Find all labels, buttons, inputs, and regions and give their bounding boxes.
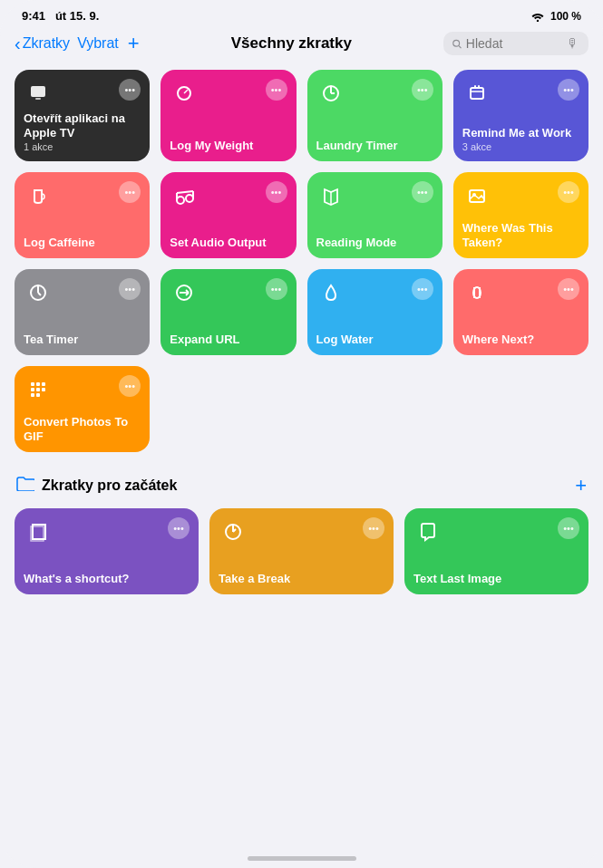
card-label-laundry-timer: Laundry Timer [316, 139, 433, 153]
add-shortcut-button[interactable]: + [128, 32, 140, 55]
card-icon-text-last-image [413, 517, 443, 546]
shortcut-card-tea-timer[interactable]: ••• Tea Timer [15, 269, 150, 355]
card-top: ••• [24, 375, 141, 404]
card-menu-convert-gif[interactable]: ••• [119, 375, 141, 397]
card-menu-text-last-image[interactable]: ••• [558, 517, 579, 539]
card-label-remind-work: Remind Me at Work [462, 126, 579, 140]
svg-point-1 [453, 40, 460, 46]
status-bar: 9:41 út 15. 9. 100 % [0, 0, 603, 26]
card-top: ••• [170, 79, 287, 108]
card-top: ••• [316, 181, 433, 210]
card-top: ••• [316, 278, 433, 307]
card-icon-take-break [219, 517, 248, 546]
svg-rect-32 [42, 382, 45, 386]
shortcut-card-where-next[interactable]: ••• Where Next? [453, 269, 588, 355]
card-top: ••• [462, 181, 579, 210]
card-menu-where-next[interactable]: ••• [558, 278, 579, 300]
card-icon-laundry-timer [316, 79, 345, 108]
card-icon-where-was [462, 181, 491, 210]
card-icon-remind-work [462, 79, 491, 108]
svg-rect-3 [31, 86, 45, 97]
card-label-take-break: Take a Break [219, 572, 384, 586]
shortcut-card-log-caffeine[interactable]: ••• Log Caffeine [15, 172, 150, 258]
card-menu-tea-timer[interactable]: ••• [119, 278, 141, 300]
starter-card-whats-shortcut[interactable]: ••• What's a shortcut? [15, 508, 199, 594]
status-indicators: 100 % [530, 10, 581, 23]
card-top: ••• [316, 79, 433, 108]
shortcut-card-apple-tv[interactable]: ••• Otevřít aplikaci na Apple TV 1 akce [15, 70, 150, 161]
card-top: ••• [24, 181, 141, 210]
folder-svg-icon [16, 477, 34, 491]
card-menu-log-weight[interactable]: ••• [266, 79, 287, 101]
card-label-convert-gif: Convert Photos To GIF [24, 415, 141, 443]
svg-rect-31 [36, 382, 40, 386]
card-menu-log-water[interactable]: ••• [412, 278, 433, 300]
card-label-where-was: Where Was This Taken? [462, 221, 579, 249]
card-icon-log-weight [170, 79, 199, 108]
shortcut-card-where-was[interactable]: ••• Where Was This Taken? [453, 172, 588, 258]
shortcut-card-laundry-timer[interactable]: ••• Laundry Timer [307, 70, 443, 161]
svg-rect-12 [474, 85, 476, 89]
card-icon-apple-tv [24, 79, 53, 108]
card-menu-whats-shortcut[interactable]: ••• [168, 517, 190, 539]
card-sublabel: 1 akce [24, 141, 141, 152]
svg-rect-37 [36, 393, 40, 397]
starter-card-text-last-image[interactable]: ••• Text Last Image [404, 508, 588, 594]
shortcut-card-set-audio[interactable]: ••• Set Audio Output [160, 172, 296, 258]
card-label-where-next: Where Next? [462, 333, 579, 347]
card-menu-where-was[interactable]: ••• [558, 181, 579, 203]
shortcut-card-log-weight[interactable]: ••• Log My Weight [160, 70, 296, 161]
card-top: ••• [170, 278, 287, 307]
card-label-log-caffeine: Log Caffeine [24, 236, 141, 250]
shortcut-card-convert-gif[interactable]: ••• Convert Photos To GIF [15, 366, 150, 452]
svg-rect-30 [31, 382, 34, 386]
section-title-wrap: Zkratky pro začátek [16, 477, 177, 495]
card-top: ••• [413, 517, 579, 546]
svg-rect-4 [35, 98, 41, 100]
starter-add-button[interactable]: + [575, 474, 587, 497]
card-menu-apple-tv[interactable]: ••• [119, 79, 141, 101]
shortcut-card-remind-work[interactable]: ••• Remind Me at Work 3 akce [453, 70, 588, 161]
svg-point-15 [186, 195, 193, 202]
card-label-log-water: Log Water [316, 333, 433, 347]
card-sublabel: 3 akce [462, 141, 579, 152]
card-label-tea-timer: Tea Timer [24, 333, 141, 347]
status-time-date: 9:41 út 15. 9. [22, 9, 99, 23]
nav-bar: ‹ Zkratky Vybrat + Všechny zkratky 🎙 [0, 26, 603, 63]
card-menu-laundry-timer[interactable]: ••• [412, 79, 433, 101]
card-menu-take-break[interactable]: ••• [363, 517, 384, 539]
home-indicator [248, 856, 356, 861]
svg-rect-13 [478, 85, 480, 89]
svg-rect-34 [36, 388, 40, 391]
card-menu-set-audio[interactable]: ••• [266, 181, 287, 203]
card-menu-reading-mode[interactable]: ••• [412, 181, 433, 203]
page-title: Všechny zkratky [147, 34, 436, 53]
card-icon-log-caffeine [24, 181, 53, 210]
folder-icon [16, 477, 34, 495]
search-icon [452, 38, 462, 50]
card-menu-remind-work[interactable]: ••• [558, 79, 579, 101]
card-top: ••• [24, 79, 141, 108]
shortcut-card-reading-mode[interactable]: ••• Reading Mode [307, 172, 443, 258]
card-top: ••• [170, 181, 287, 210]
starter-card-take-break[interactable]: ••• Take a Break [209, 508, 394, 594]
svg-rect-33 [31, 388, 34, 391]
svg-point-14 [177, 197, 184, 204]
shortcut-card-log-water[interactable]: ••• Log Water [307, 269, 443, 355]
search-bar[interactable]: 🎙 [443, 32, 588, 55]
card-top: ••• [24, 517, 190, 546]
card-icon-log-water [316, 278, 345, 307]
card-label-log-weight: Log My Weight [170, 139, 287, 153]
card-menu-log-caffeine[interactable]: ••• [119, 181, 141, 203]
status-date: út 15. 9. [55, 9, 99, 23]
card-icon-whats-shortcut [24, 517, 53, 546]
svg-line-24 [38, 293, 41, 295]
select-button[interactable]: Vybrat [77, 35, 119, 52]
main-content: ••• Otevřít aplikaci na Apple TV 1 akce … [0, 63, 603, 822]
card-top: ••• [462, 79, 579, 108]
card-menu-expand-url[interactable]: ••• [266, 278, 287, 300]
back-button[interactable]: ‹ Zkratky [15, 34, 70, 54]
card-icon-where-next [462, 278, 491, 307]
search-input[interactable] [466, 36, 562, 51]
shortcut-card-expand-url[interactable]: ••• Expand URL [160, 269, 296, 355]
